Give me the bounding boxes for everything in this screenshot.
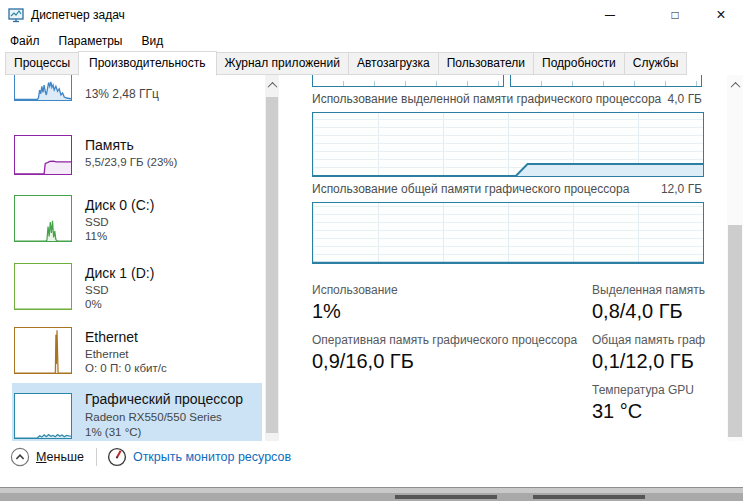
disk1-usage: 0% — [85, 298, 102, 310]
resource-monitor-label: Открыть монитор ресурсов — [133, 450, 291, 464]
dedicated-memory-chart-header: Использование выделенной памяти графичес… — [312, 92, 702, 106]
stat-shared-memory-value: 0,1/12,0 ГБ — [592, 350, 705, 373]
screenshot-root: Диспетчер задач ─ □ × Файл Параметры Вид… — [0, 0, 743, 501]
sidebar-item-memory[interactable]: Память 5,5/23,9 ГБ (23%) — [0, 130, 262, 180]
shared-memory-chart — [312, 202, 704, 264]
tab-bar: Процессы Производительность Журнал прило… — [0, 52, 743, 76]
gpu-engine-chart-partial-right — [510, 75, 702, 87]
footer-divider — [96, 448, 97, 466]
sidebar-item-ethernet[interactable]: Ethernet Ethernet О: 0 П: 0 кбит/с — [0, 325, 262, 377]
ethernet-title: Ethernet — [85, 329, 138, 345]
gpu-model: Radeon RX550/550 Series — [85, 411, 222, 423]
shared-memory-chart-title: Использование общей памяти графического … — [312, 182, 629, 196]
ethernet-mini-chart — [14, 327, 72, 374]
menu-bar: Файл Параметры Вид — [0, 30, 743, 52]
task-manager-window: Диспетчер задач ─ □ × Файл Параметры Вид… — [0, 0, 743, 487]
tab-services[interactable]: Службы — [624, 52, 687, 75]
show-less-label: Меньше — [36, 450, 84, 464]
stat-dedicated-memory: Выделенная память 0,8/4,0 ГБ — [592, 283, 705, 323]
disk0-title: Диск 0 (C:) — [85, 197, 154, 213]
ethernet-throughput: О: 0 П: 0 кбит/с — [85, 362, 167, 374]
shared-memory-chart-header: Использование общей памяти графического … — [312, 182, 702, 196]
stat-dedicated-memory-value: 0,8/4,0 ГБ — [592, 300, 705, 323]
stat-utilization: Использование 1% — [312, 283, 398, 323]
disk1-type: SSD — [85, 284, 109, 296]
stat-utilization-label: Использование — [312, 283, 398, 297]
stat-gpu-temperature-label: Температура GPU — [592, 383, 694, 397]
menu-item-options[interactable]: Параметры — [59, 34, 123, 48]
main-scroll-up-button[interactable] — [727, 77, 743, 93]
gpu-mini-chart — [14, 393, 72, 439]
tab-app-history[interactable]: Журнал приложений — [216, 52, 349, 75]
open-resource-monitor-link[interactable]: Открыть монитор ресурсов — [107, 447, 291, 467]
gpu-usage-temp: 1% (31 °C) — [85, 426, 141, 438]
stat-gpu-ram-label: Оперативная память графического процессо… — [312, 333, 577, 347]
title-bar: Диспетчер задач ─ □ × — [0, 0, 743, 30]
task-manager-app-icon — [8, 7, 24, 23]
stat-utilization-value: 1% — [312, 300, 398, 323]
sidebar-item-gpu[interactable]: Графический процессор Radeon RX550/550 S… — [0, 383, 262, 447]
chevron-up-circle-icon — [10, 447, 30, 467]
gpu-detail-pane: Использование выделенной памяти графичес… — [280, 75, 743, 455]
gpu-title: Графический процессор — [85, 391, 243, 407]
disk1-mini-chart — [14, 263, 72, 310]
memory-usage: 5,5/23,9 ГБ (23%) — [85, 156, 177, 168]
resource-monitor-icon — [107, 447, 127, 467]
stat-shared-memory: Общая память граф 0,1/12,0 ГБ — [592, 333, 705, 373]
sidebar-item-disk1[interactable]: Диск 1 (D:) SSD 0% — [0, 261, 262, 313]
sidebar-scroll-up-button[interactable] — [265, 77, 279, 93]
stat-shared-memory-label: Общая память граф — [592, 333, 705, 347]
chevron-up-icon — [730, 81, 740, 91]
ethernet-name: Ethernet — [85, 348, 128, 360]
background-window-blurred-text — [395, 495, 497, 499]
background-window-blurred-text — [533, 495, 645, 499]
main-scrollbar-thumb[interactable] — [728, 225, 742, 437]
stat-gpu-temperature: Температура GPU 31 °C — [592, 383, 694, 423]
sidebar-item-disk0[interactable]: Диск 0 (C:) SSD 11% — [0, 193, 262, 245]
stat-gpu-ram: Оперативная память графического процессо… — [312, 333, 577, 373]
disk1-title: Диск 1 (D:) — [85, 265, 154, 281]
performance-content: 13% 2,48 ГГц Память 5,5/23,9 ГБ (23%) Ди… — [0, 75, 743, 455]
dedicated-memory-chart — [312, 112, 704, 177]
stat-gpu-temperature-value: 31 °C — [592, 400, 694, 423]
stat-gpu-ram-value: 0,9/16,0 ГБ — [312, 350, 577, 373]
dedicated-memory-chart-max: 4,0 ГБ — [668, 92, 702, 106]
menu-item-file[interactable]: Файл — [10, 34, 40, 48]
tab-performance[interactable]: Производительность — [78, 51, 216, 76]
disk0-type: SSD — [85, 216, 109, 228]
sidebar-item-cpu[interactable]: 13% 2,48 ГГц — [0, 75, 262, 115]
cpu-mini-chart — [14, 75, 72, 101]
window-title: Диспетчер задач — [31, 8, 125, 22]
footer-bar: Меньше Открыть монитор ресурсов — [0, 441, 743, 473]
disk0-mini-chart — [14, 195, 72, 242]
show-less-button[interactable]: Меньше — [10, 447, 84, 467]
memory-mini-chart — [14, 135, 72, 175]
gpu-engine-chart-partial-left — [312, 75, 504, 87]
tab-processes[interactable]: Процессы — [5, 52, 79, 75]
close-button[interactable]: × — [705, 0, 737, 30]
menu-item-view[interactable]: Вид — [141, 34, 163, 48]
tab-startup[interactable]: Автозагрузка — [348, 52, 439, 75]
memory-title: Память — [85, 137, 134, 153]
cpu-stats: 13% 2,48 ГГц — [85, 87, 159, 101]
disk0-usage: 11% — [85, 230, 107, 242]
maximize-button[interactable]: □ — [659, 0, 691, 30]
sidebar-scrollbar[interactable] — [265, 75, 279, 455]
main-scrollbar[interactable] — [727, 75, 743, 455]
tab-users[interactable]: Пользователи — [438, 52, 534, 75]
stat-dedicated-memory-label: Выделенная память — [592, 283, 705, 297]
sidebar-scrollbar-thumb[interactable] — [266, 97, 278, 433]
tab-details[interactable]: Подробности — [533, 52, 625, 75]
dedicated-memory-chart-title: Использование выделенной памяти графичес… — [312, 92, 661, 106]
shared-memory-chart-max: 12,0 ГБ — [661, 182, 702, 196]
performance-sidebar: 13% 2,48 ГГц Память 5,5/23,9 ГБ (23%) Ди… — [0, 75, 280, 455]
minimize-button[interactable]: ─ — [594, 0, 626, 30]
chevron-up-icon — [267, 81, 277, 91]
background-window-strip — [0, 487, 743, 501]
